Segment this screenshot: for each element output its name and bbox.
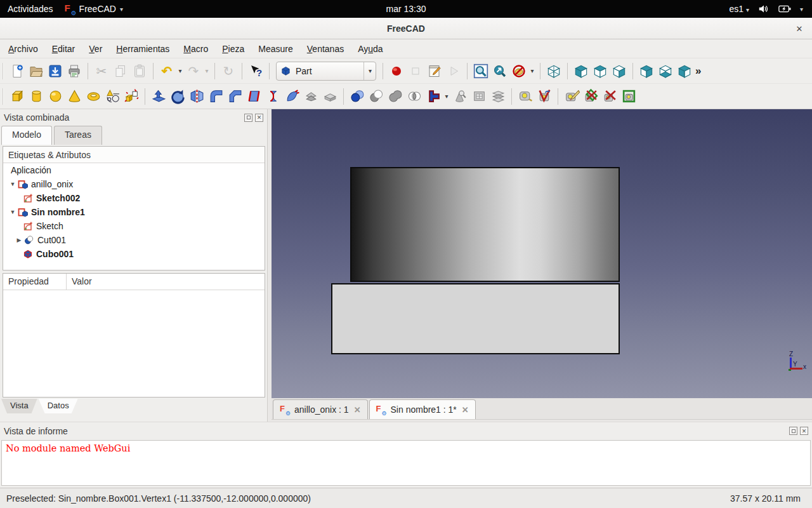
save-document-button[interactable] [46, 62, 65, 81]
fit-all-button[interactable] [471, 62, 490, 81]
tree-item-sin-nombre1[interactable]: ▼ Sin nombre1 [3, 205, 265, 219]
report-view-log[interactable]: No module named WebGui [1, 440, 811, 486]
expander-expanded-icon[interactable]: ▼ [8, 209, 17, 215]
part-extrude-button[interactable] [149, 87, 168, 106]
expander-collapsed-icon[interactable]: ▶ [15, 237, 23, 243]
keyboard-layout-indicator[interactable]: es1 ▾ [729, 4, 749, 14]
macro-stop-button[interactable] [406, 62, 425, 81]
tree-item-sketch002[interactable]: Sketch002 [3, 191, 265, 205]
view-axonometric-button[interactable] [544, 62, 563, 81]
value-column-header[interactable]: Valor [67, 274, 265, 290]
zoom-sync-button[interactable] [490, 62, 509, 81]
measure-linear-button[interactable] [516, 87, 535, 106]
tree-column-header[interactable]: Etiquetas & Atributos [3, 147, 265, 163]
menu-ver[interactable]: Ver [82, 41, 109, 57]
activities-button[interactable]: Actividades [8, 4, 53, 14]
toolbar-overflow-button[interactable]: » [695, 65, 701, 77]
measure-refresh-button[interactable] [562, 87, 581, 106]
panel-float-icon[interactable] [789, 427, 797, 435]
tree-item-sketch[interactable]: Sketch [3, 219, 265, 233]
new-document-button[interactable] [8, 62, 27, 81]
measure-clear-all-button[interactable] [619, 87, 638, 106]
part-ruled-surface-button[interactable] [263, 87, 282, 106]
window-close-button[interactable]: ✕ [793, 22, 806, 35]
part-torus-button[interactable] [84, 87, 103, 106]
menu-pieza[interactable]: Pieza [215, 41, 251, 57]
cylinder-shape[interactable] [350, 167, 620, 282]
view-front-button[interactable] [572, 62, 591, 81]
tab-datos[interactable]: Datos [39, 399, 78, 413]
measure-toggle-delta-button[interactable] [600, 87, 619, 106]
part-chamfer-button[interactable] [225, 87, 244, 106]
panel-close-icon[interactable]: ✕ [255, 114, 263, 122]
undo-button[interactable]: ↶ [157, 62, 176, 81]
tab-close-icon[interactable]: ✕ [354, 405, 361, 415]
box-shape[interactable] [331, 283, 620, 354]
3d-viewport[interactable]: Z Y x [272, 109, 812, 398]
part-offset-button[interactable] [301, 87, 320, 106]
refresh-button[interactable]: ↻ [219, 62, 238, 81]
expander-expanded-icon[interactable]: ▼ [8, 181, 17, 187]
paste-button[interactable] [130, 62, 149, 81]
part-compound-dropdown[interactable]: ▾ [443, 87, 450, 106]
volume-icon[interactable] [758, 4, 769, 14]
check-geometry-button[interactable] [450, 87, 469, 106]
print-button[interactable] [65, 62, 84, 81]
part-compound-button[interactable] [424, 87, 443, 106]
document-tab-sin-nombre1[interactable]: F ⚙ Sin nombre1 : 1* ✕ [369, 399, 476, 419]
workbench-selector[interactable]: Part ▾ [276, 62, 376, 81]
tree-item-cut001[interactable]: ▶ Cut001 [3, 233, 265, 247]
redo-button[interactable]: ↷ [184, 62, 203, 81]
system-menu-chevron-icon[interactable]: ▾ [800, 6, 803, 13]
cut-button[interactable]: ✂ [92, 62, 111, 81]
part-box-button[interactable] [8, 87, 27, 106]
tab-close-icon[interactable]: ✕ [462, 405, 469, 415]
open-document-button[interactable] [27, 62, 46, 81]
part-cylinder-button[interactable] [27, 87, 46, 106]
menu-editar[interactable]: Editar [45, 41, 82, 57]
copy-button[interactable] [111, 62, 130, 81]
battery-icon[interactable] [778, 4, 791, 13]
tree-root-application[interactable]: Aplicación [3, 163, 265, 177]
measure-angular-button[interactable] [535, 87, 554, 106]
measure-toggle-all-button[interactable] [581, 87, 600, 106]
tab-tareas[interactable]: Tareas [54, 126, 102, 145]
part-union-button[interactable] [386, 87, 405, 106]
panel-close-icon[interactable]: ✕ [800, 427, 808, 435]
tab-vista[interactable]: Vista [1, 399, 37, 413]
view-top-button[interactable] [591, 62, 610, 81]
box-section-button[interactable] [469, 87, 488, 106]
document-tab-anillo-onix[interactable]: F ⚙ anillo_onix : 1 ✕ [273, 399, 368, 419]
part-thickness-button[interactable] [320, 87, 339, 106]
view-right-button[interactable] [610, 62, 629, 81]
part-loft-button[interactable] [282, 87, 301, 106]
whats-this-button[interactable]: ? [246, 62, 265, 81]
draw-style-dropdown[interactable]: ▾ [528, 62, 536, 81]
toolbar-handle[interactable] [3, 63, 4, 79]
part-shape-builder-button[interactable] [122, 87, 141, 106]
menu-archivo[interactable]: Archivo [1, 41, 45, 57]
part-primitives-button[interactable] [103, 87, 122, 106]
part-revolve-button[interactable] [168, 87, 187, 106]
draw-style-button[interactable] [509, 62, 528, 81]
part-mirror-button[interactable] [187, 87, 206, 106]
tree-item-cubo001[interactable]: Cubo001 [3, 247, 265, 261]
part-intersection-button[interactable] [405, 87, 424, 106]
part-fillet-button[interactable] [206, 87, 225, 106]
part-boolean-button[interactable] [348, 87, 367, 106]
part-make-face-button[interactable] [244, 87, 263, 106]
part-sphere-button[interactable] [46, 87, 65, 106]
menu-ayuda[interactable]: Ayuda [351, 41, 390, 57]
menu-ventanas[interactable]: Ventanas [300, 41, 351, 57]
view-left-button[interactable] [675, 62, 694, 81]
macro-edit-button[interactable] [425, 62, 444, 81]
part-cone-button[interactable] [65, 87, 84, 106]
panel-float-icon[interactable] [244, 114, 252, 122]
view-rear-button[interactable] [637, 62, 656, 81]
tree-item-anillo-onix[interactable]: ▼ anillo_onix [3, 177, 265, 191]
app-menu[interactable]: F ⚙ FreeCAD ▾ [65, 4, 123, 15]
property-column-header[interactable]: Propiedad [3, 274, 67, 290]
toolbar-handle[interactable] [3, 88, 4, 105]
redo-dropdown[interactable]: ▾ [203, 62, 211, 81]
macro-record-button[interactable] [387, 62, 406, 81]
